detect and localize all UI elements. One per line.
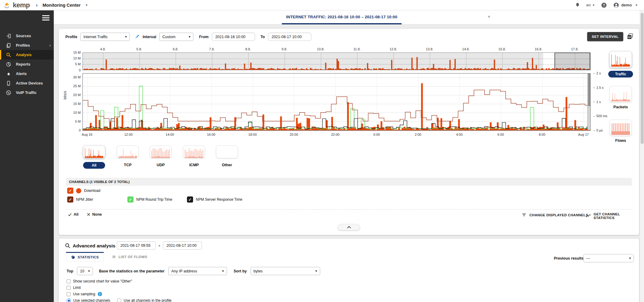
chart-scrollbar[interactable] — [587, 74, 590, 130]
view-thumb-traffic[interactable] — [609, 51, 632, 68]
svg-text:PDF: PDF — [628, 36, 631, 38]
sort-by-select[interactable]: bytes — [251, 267, 320, 275]
collapse-panel-button[interactable] — [338, 224, 360, 231]
view-thumb-flows[interactable] — [609, 120, 632, 136]
sidebar-item-reports[interactable]: Reports — [0, 59, 54, 69]
use-selected-channels-radio[interactable] — [67, 298, 71, 302]
axis-tick: 500 ms — [593, 114, 607, 118]
channel-label: NPM Server Response Time — [196, 197, 242, 202]
channel-swatch-download — [76, 188, 81, 193]
select-none-channels-button[interactable]: None — [87, 212, 102, 217]
protocol-label-icmp[interactable]: ICMP — [183, 163, 205, 167]
channel-checkbox[interactable] — [67, 196, 73, 203]
protocol-label-all[interactable]: All — [83, 162, 105, 169]
logo-area[interactable]: kemp › Monitoring Center ▼ — [0, 1, 88, 9]
interval-select[interactable]: Custom — [159, 33, 193, 41]
help-icon[interactable]: ? — [601, 2, 607, 8]
sidebar-item-alerts[interactable]: Alerts — [0, 69, 54, 78]
view-thumb-packets[interactable] — [609, 86, 632, 102]
tab-statistics[interactable]: STATISTICS — [66, 252, 104, 262]
sidebar-item-analysis[interactable]: Analysis — [0, 50, 54, 59]
protocol-thumb-other[interactable] — [216, 146, 238, 158]
username: demo — [621, 3, 632, 7]
protocol-thumb-udp[interactable] — [150, 146, 172, 158]
select-all-channels-button[interactable]: All — [68, 212, 79, 217]
use-all-channels-radio[interactable] — [117, 298, 121, 302]
advanced-from-input[interactable]: 2021-08-17 09:55 — [117, 241, 156, 250]
show-second-chart-checkbox[interactable] — [67, 279, 71, 283]
parameter-select[interactable]: Any IP address — [168, 267, 227, 275]
page-scrollbar[interactable] — [640, 10, 644, 302]
radio-row-channels: Use selected channels Use all channels i… — [67, 298, 172, 302]
sidebar-item-sources[interactable]: Sources — [0, 31, 54, 41]
limit-checkbox[interactable] — [67, 286, 71, 290]
axis-tick: 17.8. — [571, 47, 578, 51]
protocol-label-tcp[interactable]: TCP — [117, 163, 139, 167]
pin-icon[interactable] — [135, 34, 140, 40]
parameter-label: Base the statistics on the parameter — [99, 269, 165, 273]
sidebar-item-profiles[interactable]: Profiles› — [0, 41, 54, 50]
previous-results-select[interactable]: --- — [583, 254, 634, 262]
view-label-traffic[interactable]: Traffic — [608, 71, 633, 77]
top-header: kemp › Monitoring Center ▼ en ▼ ? demo ▼ — [0, 0, 644, 10]
channel-checkbox[interactable] — [127, 196, 134, 203]
axis-tick: 4:00 — [456, 133, 463, 136]
interval-value: Custom — [162, 35, 175, 39]
view-label-packets[interactable]: Packets — [608, 105, 633, 109]
view-label-flows[interactable]: Flows — [608, 138, 633, 143]
protocol-thumb-all[interactable] — [83, 146, 105, 158]
from-input[interactable]: 2021-08-16 10:00 — [212, 33, 255, 41]
notifications-bell-icon[interactable] — [575, 2, 580, 8]
axis-tick: 22:00 — [331, 133, 340, 136]
add-tab-button[interactable]: + — [488, 14, 490, 20]
axis-tick: 0 — [59, 128, 81, 132]
user-caret-icon: ▼ — [635, 4, 638, 7]
sidebar-item-voip-traffic[interactable]: VoIP Traffic — [0, 88, 54, 97]
axis-tick: 7.8. — [209, 47, 214, 51]
top-select[interactable]: 10 — [77, 267, 93, 275]
sidebar-item-label: Alerts — [16, 72, 27, 76]
scrollbar-thumb[interactable] — [641, 13, 644, 144]
use-sampling-checkbox[interactable] — [67, 292, 71, 296]
profile-select[interactable]: Internet Traffic — [80, 33, 130, 41]
sidebar-item-label: Reports — [16, 62, 30, 67]
tab-internet-traffic[interactable]: INTERNET TRAFFIC: 2021-08-16 10:00 – 202… — [282, 10, 402, 24]
info-icon[interactable]: i — [98, 292, 102, 296]
channel-item-npm-round-trip-time: NPM Round Trip Time — [127, 196, 172, 203]
protocol-thumb-tcp[interactable] — [117, 146, 139, 158]
app-title[interactable]: Monitoring Center — [42, 3, 81, 8]
set-interval-button[interactable]: SET INTERVAL — [587, 32, 623, 41]
advanced-to-input[interactable]: 2021-08-17 10:00 — [163, 241, 202, 250]
protocol-label-other[interactable]: Other — [216, 163, 238, 167]
channel-checkbox-download[interactable] — [67, 188, 73, 194]
parameter-value: Any IP address — [171, 269, 197, 273]
axis-tick: 0:00 — [373, 133, 380, 136]
axis-tick: 8:00 — [539, 133, 545, 136]
main-chart[interactable] — [82, 73, 591, 131]
channels-header: CHANNELS (1 VISIBLE OF 2 TOTAL) — [66, 178, 632, 186]
profile-label: Profile — [65, 35, 77, 39]
to-input[interactable]: 2021-08-17 10:00 — [268, 33, 311, 41]
interval-label: Interval — [143, 35, 156, 39]
profile-toolbar: Profile Internet Traffic Interval Custom… — [65, 33, 311, 41]
user-menu[interactable]: demo ▼ — [613, 2, 638, 8]
protocol-label-udp[interactable]: UDP — [150, 163, 172, 167]
checkbox-row-sampling: Use sampling i — [67, 292, 102, 296]
get-channel-statistics-button[interactable]: GET CHANNEL STATISTICS — [586, 212, 639, 220]
language-selector[interactable]: en ▼ — [586, 3, 595, 7]
use-sampling-label: Use sampling — [73, 292, 95, 296]
tab-list-of-flows[interactable]: LIST OF FLOWS — [107, 252, 152, 262]
advanced-analysis-title: Advanced analysis — [73, 243, 115, 249]
export-pdf-icon[interactable]: PDF — [626, 33, 634, 41]
menu-toggle-icon[interactable] — [42, 14, 49, 22]
channel-checkbox[interactable] — [187, 196, 193, 203]
change-displayed-channels-button[interactable]: CHANGE DISPLAYED CHANNELS — [521, 212, 588, 218]
sidebar-item-active-devices[interactable]: Active Devices — [0, 78, 54, 88]
overview-selection-box[interactable] — [554, 52, 590, 70]
axis-tick: Aug 17 — [578, 133, 589, 136]
overview-chart[interactable] — [82, 52, 591, 70]
protocol-thumb-icmp[interactable] — [183, 146, 205, 158]
list-icon — [112, 255, 116, 259]
axis-tick: 15.8. — [499, 47, 506, 51]
axis-tick: 5 M — [59, 120, 81, 123]
